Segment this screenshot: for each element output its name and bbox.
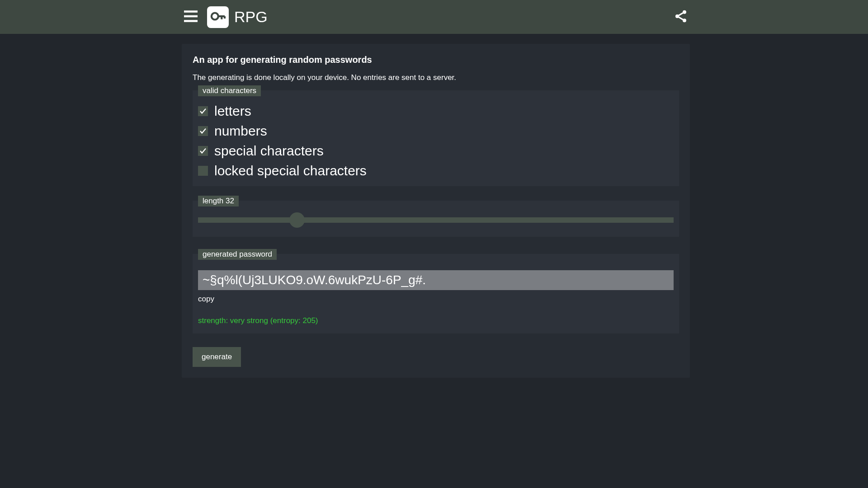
key-icon xyxy=(209,7,227,27)
length-tag: length 32 xyxy=(198,196,239,206)
checkbox[interactable] xyxy=(198,126,208,136)
checkbox-row-letters[interactable]: letters xyxy=(198,101,674,121)
strength-indicator: strength: very strong (entropy: 205) xyxy=(198,316,674,325)
svg-line-11 xyxy=(679,17,683,19)
svg-point-3 xyxy=(212,13,218,19)
password-output[interactable]: ~§q%l(Uj3LUKO9.oW.6wukPzU-6P_g#. xyxy=(198,270,674,290)
share-icon xyxy=(674,9,688,25)
checkbox-label: special characters xyxy=(214,143,324,159)
app-bar: RPG xyxy=(0,0,868,34)
checkbox-row-special-characters[interactable]: special characters xyxy=(198,141,674,161)
checkbox[interactable] xyxy=(198,166,208,176)
checkbox-row-numbers[interactable]: numbers xyxy=(198,121,674,141)
svg-line-10 xyxy=(679,13,683,15)
valid-characters-tag: valid characters xyxy=(198,85,261,96)
app-logo xyxy=(207,6,229,28)
app-bar-inner: RPG xyxy=(182,0,690,34)
app-title: RPG xyxy=(234,8,268,26)
slider-thumb[interactable] xyxy=(289,212,305,228)
share-button[interactable] xyxy=(672,8,690,26)
menu-button[interactable] xyxy=(182,8,200,26)
hamburger-icon xyxy=(183,8,199,26)
checkbox[interactable] xyxy=(198,146,208,156)
checkbox[interactable] xyxy=(198,106,208,116)
copy-button[interactable]: copy xyxy=(198,295,214,304)
generated-password-panel: generated password ~§q%l(Uj3LUKO9.oW.6wu… xyxy=(193,254,679,333)
checkbox-label: locked special characters xyxy=(214,163,367,178)
length-panel: length 32 xyxy=(193,201,679,237)
length-slider[interactable] xyxy=(198,213,674,227)
checkbox-label: numbers xyxy=(214,123,267,139)
generate-button[interactable]: generate xyxy=(193,347,241,367)
page-content: An app for generating random passwords T… xyxy=(182,34,690,378)
generated-password-tag: generated password xyxy=(198,249,277,260)
card-description: The generating is done locally on your d… xyxy=(193,73,679,82)
checkbox-row-locked-special-characters[interactable]: locked special characters xyxy=(198,161,674,181)
valid-characters-list: lettersnumbersspecial characterslocked s… xyxy=(198,100,674,181)
slider-track xyxy=(198,217,674,223)
card-title: An app for generating random passwords xyxy=(193,55,679,65)
main-card: An app for generating random passwords T… xyxy=(182,44,690,378)
valid-characters-panel: valid characters lettersnumbersspecial c… xyxy=(193,90,679,186)
checkbox-label: letters xyxy=(214,103,251,119)
